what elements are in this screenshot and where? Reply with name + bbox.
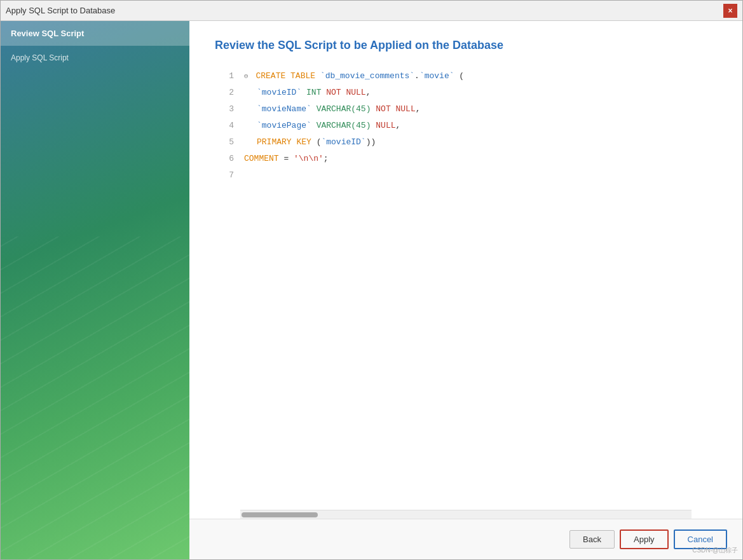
line-content-2: `movieID` INT NOT NULL, xyxy=(257,85,371,100)
line-number-5: 5 xyxy=(215,135,234,149)
line-content-6: COMMENT = '\n\n'; xyxy=(244,151,329,166)
line-content-1: ⊖ CREATE TABLE `db_movie_comments`.`movi… xyxy=(244,69,464,83)
main-window: Apply SQL Script to Database × Review SQ… xyxy=(0,0,743,560)
code-line-6: 6 COMMENT = '\n\n'; xyxy=(215,151,717,168)
line-content-4: `moviePage` VARCHAR(45) NULL, xyxy=(257,118,400,133)
sidebar-item-apply-sql[interactable]: Apply SQL Script xyxy=(1,46,189,70)
sidebar-item-label: Review SQL Script xyxy=(11,29,84,38)
line-content-3: `movieName` VARCHAR(45) NOT NULL, xyxy=(257,102,421,116)
title-bar: Apply SQL Script to Database × xyxy=(1,1,742,21)
code-scroll-area[interactable]: 1 ⊖ CREATE TABLE `db_movie_comments`.`mo… xyxy=(215,69,717,510)
code-line-7: 7 xyxy=(215,168,717,184)
watermark: CSDN-@山棕子 xyxy=(692,546,738,555)
sidebar-item-label: Apply SQL Script xyxy=(11,53,69,62)
content-area: Review the SQL Script to be Applied on t… xyxy=(189,21,742,559)
sidebar: Review SQL Script Apply SQL Script xyxy=(1,21,189,559)
back-button[interactable]: Back xyxy=(569,530,615,549)
horizontal-scrollbar[interactable] xyxy=(240,510,692,519)
footer-area: Back Apply Cancel xyxy=(189,519,742,559)
code-line-5: 5 PRIMARY KEY (`movieID`)) xyxy=(215,135,717,151)
collapse-icon: ⊖ xyxy=(244,71,249,83)
code-block: 1 ⊖ CREATE TABLE `db_movie_comments`.`mo… xyxy=(215,69,717,184)
apply-button[interactable]: Apply xyxy=(620,529,669,549)
line-content-7 xyxy=(244,168,249,182)
code-container: 1 ⊖ CREATE TABLE `db_movie_comments`.`mo… xyxy=(189,62,742,519)
line-number-7: 7 xyxy=(215,168,234,182)
code-line-4: 4 `moviePage` VARCHAR(45) NULL, xyxy=(215,118,717,135)
sidebar-item-review-sql[interactable]: Review SQL Script xyxy=(1,21,189,46)
scrollbar-thumb[interactable] xyxy=(242,512,318,517)
line-number-1: 1 xyxy=(215,69,234,83)
code-line-1: 1 ⊖ CREATE TABLE `db_movie_comments`.`mo… xyxy=(215,69,717,85)
kw-create-table: CREATE TABLE xyxy=(256,71,320,81)
code-line-2: 2 `movieID` INT NOT NULL, xyxy=(215,85,717,102)
page-title: Review the SQL Script to be Applied on t… xyxy=(215,39,717,52)
line-number-3: 3 xyxy=(215,102,234,116)
line-number-6: 6 xyxy=(215,151,234,166)
close-button[interactable]: × xyxy=(723,4,737,18)
line-content-5: PRIMARY KEY (`movieID`)) xyxy=(257,135,376,149)
line-number-2: 2 xyxy=(215,85,234,100)
code-line-3: 3 `movieName` VARCHAR(45) NOT NULL, xyxy=(215,102,717,118)
window-title: Apply SQL Script to Database xyxy=(6,6,115,15)
main-content: Review SQL Script Apply SQL Script Revie… xyxy=(1,21,742,559)
line-number-4: 4 xyxy=(215,118,234,133)
content-header: Review the SQL Script to be Applied on t… xyxy=(189,21,742,62)
